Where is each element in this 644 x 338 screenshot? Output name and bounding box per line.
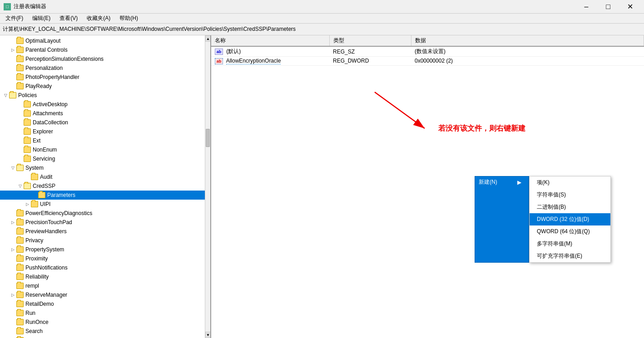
expand-icon: ▽ [16,182,24,190]
tree-item-attachments[interactable]: Attachments [0,109,210,118]
tree-item-parameters[interactable]: Parameters [0,191,210,200]
tree-item-optimallayout[interactable]: OptimalLayout [0,36,210,45]
expand-icon [9,282,16,289]
menu-item-expandstring[interactable]: 可扩充字符串值(E) [530,250,610,262]
tree-item-activedesktop[interactable]: ActiveDesktop [0,100,210,109]
tree-item-servicing[interactable]: Servicing [0,154,210,163]
expand-icon [9,300,16,308]
folder-icon [31,174,38,180]
menu-item-qword[interactable]: QWORD (64 位)值(Q) [530,225,610,238]
tree-item-reservemanager[interactable]: ▷ ReserveManager [0,290,210,299]
table-row[interactable]: ab (默认) REG_SZ (数值未设置) [211,46,644,57]
menu-item-dword[interactable]: DWORD (32 位)值(D) [530,213,610,225]
expand-icon: ▷ [9,219,16,226]
app-icon: □ [4,3,11,10]
minimize-button[interactable]: – [576,0,597,14]
tree-item-proximity[interactable]: Proximity [0,254,210,263]
menu-file[interactable]: 文件(F) [2,14,27,23]
tree-item-propertysystem[interactable]: ▷ PropertySystem [0,245,210,254]
submenu: 项(K) 字符串值(S) 二进制值(B) DWORD (32 位)值(D) QW… [529,176,611,263]
folder-icon [24,147,31,153]
tree-item-runonce[interactable]: RunOnce [0,318,210,327]
tree-item-perception[interactable]: PerceptionSimulationExtensions [0,54,210,64]
reg-name-default: (默认) [226,48,241,54]
folder-icon [24,156,31,162]
window-controls: – □ ✕ [576,0,640,14]
scroll-thumb[interactable] [206,129,210,147]
tree-item-system[interactable]: ▽ System [0,163,210,172]
submenu-arrow-icon: ▶ [517,179,521,186]
folder-icon [24,110,31,117]
expand-icon: ▷ [9,246,16,253]
tree-item-search[interactable]: Search [0,327,210,336]
new-menu-item[interactable]: 新建(N) ▶ [475,176,529,188]
col-name[interactable]: 名称 [211,35,329,46]
main-layout: OptimalLayout ▷ Parental Controls Percep… [0,35,644,338]
reg-name-allowenc: AllowEncryptionOracle [226,58,281,64]
tree-item-nonenum[interactable]: NonEnum [0,145,210,154]
tree-pane: OptimalLayout ▷ Parental Controls Percep… [0,35,211,338]
folder-icon-open [16,165,24,171]
tree-item-playready[interactable]: PlayReady [0,82,210,91]
folder-icon [16,310,24,316]
tree-item-uipi[interactable]: ▷ UIPI [0,200,210,209]
tree-item-previewhandlers[interactable]: PreviewHandlers [0,227,210,236]
tree-item-powereff[interactable]: PowerEfficiencyDiagnostics [0,209,210,218]
tree-item-policies[interactable]: ▽ Policies [0,91,210,100]
folder-icon [16,246,24,253]
folder-icon-open [24,183,31,189]
tree-item-retaildemo[interactable]: RetailDemo [0,299,210,309]
expand-icon: ▽ [9,164,16,171]
tree-scrollbar[interactable]: ▲ ▼ [205,35,210,338]
scroll-track[interactable] [205,42,210,332]
expand-icon [16,155,24,162]
address-bar: 计算机\HKEY_LOCAL_MACHINE\SOFTWARE\Microsof… [0,24,644,35]
tree-item-rempl[interactable]: rempl [0,281,210,290]
table-row[interactable]: ab AllowEncryptionOracle REG_DWORD 0x000… [211,57,644,66]
menu-view[interactable]: 查看(V) [56,14,81,23]
reg-data-default: (数值未设置) [411,46,644,57]
scroll-down-btn[interactable]: ▼ [205,332,211,338]
menu-item-multistring[interactable]: 多字符串值(M) [530,238,610,250]
tree-item-secondaryauth[interactable]: SecondaryAuthFactor [0,336,210,338]
menu-item-string[interactable]: 字符串值(S) [530,189,610,201]
menu-favorites[interactable]: 收藏夹(A) [83,14,114,23]
expand-icon [9,37,16,44]
tree-item-pushnotif[interactable]: PushNotifications [0,263,210,272]
tree-item-explorer[interactable]: Explorer [0,127,210,136]
expand-icon [9,255,16,262]
new-submenu-trigger[interactable]: 新建(N) ▶ [475,176,529,263]
expand-icon [16,146,24,153]
menu-item-key[interactable]: 项(K) [530,176,610,189]
menu-item-binary[interactable]: 二进制值(B) [530,201,610,213]
tree-item-parental-controls[interactable]: ▷ Parental Controls [0,45,210,54]
col-data[interactable]: 数据 [411,35,644,46]
annotation-text: 若没有该文件，则右键新建 [438,124,525,133]
folder-icon [24,101,31,108]
expand-icon [16,119,24,126]
tree-item-privacy[interactable]: Privacy [0,236,210,245]
tree-item-datacollection[interactable]: DataCollection [0,118,210,127]
tree-item-personalization[interactable]: Personalization [0,64,210,73]
reg-icon-ab: ab [215,49,223,55]
expand-icon [9,318,16,326]
menu-edit[interactable]: 编辑(E) [29,14,54,23]
expand-icon [9,64,16,72]
folder-icon [16,83,24,89]
tree-item-credssp[interactable]: ▽ CredSSP [0,181,210,191]
tree-item-audit[interactable]: Audit [0,172,210,181]
tree-item-reliability[interactable]: Reliability [0,272,210,281]
folder-icon [16,319,24,325]
scroll-up-btn[interactable]: ▲ [205,35,211,42]
reg-type-default: REG_SZ [329,46,411,57]
close-button[interactable]: ✕ [619,0,640,14]
menu-help[interactable]: 帮助(H) [116,14,142,23]
tree-item-precisiontouchpad[interactable]: ▷ PrecisionTouchPad [0,218,210,227]
col-type[interactable]: 类型 [329,35,411,46]
tree-item-photoproperty[interactable]: PhotoPropertyHandler [0,73,210,82]
tree-item-run[interactable]: Run [0,309,210,318]
folder-icon [16,74,24,80]
folder-icon [16,228,24,235]
tree-item-ext[interactable]: Ext [0,136,210,145]
maximize-button[interactable]: □ [598,0,619,14]
